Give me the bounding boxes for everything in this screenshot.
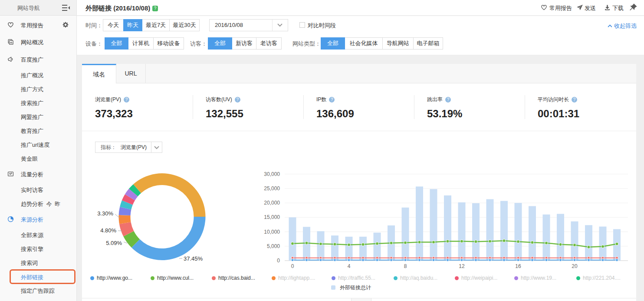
svg-text:15,000: 15,000 xyxy=(264,214,280,220)
svg-text:4.80%: 4.80% xyxy=(100,227,116,234)
svg-text:10,000: 10,000 xyxy=(264,229,280,235)
svg-text:8: 8 xyxy=(404,263,407,269)
svg-text:4: 4 xyxy=(348,263,351,269)
svg-text:25,000: 25,000 xyxy=(264,185,280,192)
svg-text:20: 20 xyxy=(572,263,578,269)
svg-text:30,000: 30,000 xyxy=(264,171,280,177)
svg-text:20,000: 20,000 xyxy=(264,200,280,206)
svg-text:5,000: 5,000 xyxy=(267,243,280,249)
svg-text:5.09%: 5.09% xyxy=(106,240,122,246)
svg-text:0: 0 xyxy=(291,263,294,269)
svg-text:37.45%: 37.45% xyxy=(184,255,203,262)
svg-text:3.30%: 3.30% xyxy=(97,210,113,217)
svg-text:12: 12 xyxy=(459,263,465,269)
svg-text:0: 0 xyxy=(277,258,280,264)
svg-text:16: 16 xyxy=(515,263,521,269)
